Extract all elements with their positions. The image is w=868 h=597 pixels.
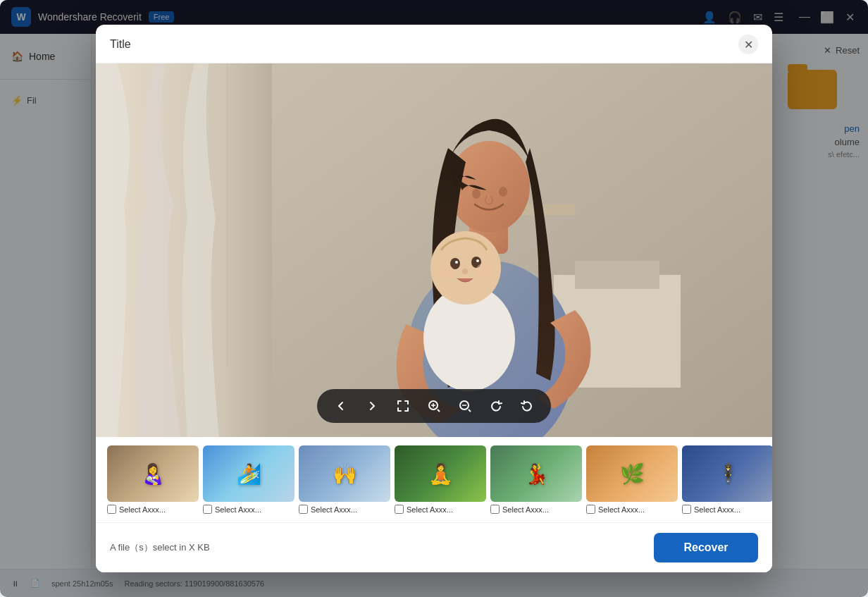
zoom-in-button[interactable]	[424, 396, 444, 416]
thumb-label-4: Select Axxx...	[407, 505, 453, 514]
recover-button[interactable]: Recover	[654, 533, 758, 562]
thumb-checkbox-6[interactable]	[586, 505, 595, 514]
thumbnail-6[interactable]: 🌿 Select Axxx...	[586, 445, 678, 514]
modal-overlay: Title ✕	[0, 0, 868, 597]
fullscreen-button[interactable]	[393, 396, 413, 416]
next-image-button[interactable]	[362, 396, 382, 416]
thumb-image-7: 🕴	[682, 445, 772, 502]
thumb-checkbox-4[interactable]	[395, 505, 404, 514]
modal-footer: A file（s）select in X KB Recover	[96, 522, 772, 572]
thumbnail-1[interactable]: 👩‍🍼 Select Axxx...	[107, 445, 199, 514]
thumbnail-4[interactable]: 🧘 Select Axxx...	[395, 445, 486, 514]
thumbnail-5[interactable]: 💃 Select Axxx...	[490, 445, 582, 514]
thumb-select-3: Select Axxx...	[299, 505, 390, 514]
thumb-select-6: Select Axxx...	[586, 505, 678, 514]
thumb-select-2: Select Axxx...	[203, 505, 294, 514]
thumb-checkbox-2[interactable]	[203, 505, 212, 514]
svg-line-31	[438, 410, 440, 412]
thumb-image-6: 🌿	[586, 445, 678, 502]
thumb-select-4: Select Axxx...	[395, 505, 486, 514]
thumbnail-3[interactable]: 🙌 Select Axxx...	[299, 445, 390, 514]
thumb-image-3: 🙌	[299, 445, 390, 502]
thumb-select-5: Select Axxx...	[490, 505, 582, 514]
thumb-image-4: 🧘	[395, 445, 486, 502]
main-photo-svg	[96, 63, 772, 437]
rotate-cw-button[interactable]	[486, 396, 506, 416]
thumb-checkbox-3[interactable]	[299, 505, 308, 514]
thumb-label-1: Select Axxx...	[119, 505, 166, 514]
thumb-checkbox-7[interactable]	[682, 505, 691, 514]
thumb-checkbox-1[interactable]	[107, 505, 116, 514]
thumb-select-7: Select Axxx...	[682, 505, 772, 514]
thumb-image-1: 👩‍🍼	[107, 445, 199, 502]
thumb-label-5: Select Axxx...	[502, 505, 549, 514]
thumb-select-1: Select Axxx...	[107, 505, 199, 514]
svg-rect-29	[96, 63, 772, 437]
thumb-label-6: Select Axxx...	[598, 505, 645, 514]
modal: Title ✕	[96, 25, 772, 572]
rotate-ccw-button[interactable]	[517, 396, 537, 416]
thumbnail-2[interactable]: 🏄 Select Axxx...	[203, 445, 294, 514]
zoom-out-button[interactable]	[455, 396, 475, 416]
thumb-label-3: Select Axxx...	[311, 505, 357, 514]
thumb-label-2: Select Axxx...	[215, 505, 261, 514]
app-window: W Wondershare Recoverit Free 👤 🎧 ✉ ☰ — ⬜…	[0, 0, 868, 597]
thumbnail-7[interactable]: 🕴 Select Axxx...	[682, 445, 772, 514]
image-toolbar	[317, 389, 551, 423]
thumb-label-7: Select Axxx...	[694, 505, 740, 514]
prev-image-button[interactable]	[331, 396, 351, 416]
thumb-image-2: 🏄	[203, 445, 294, 502]
modal-close-button[interactable]: ✕	[738, 35, 758, 54]
modal-image-area	[96, 63, 772, 437]
modal-header: Title ✕	[96, 25, 772, 63]
footer-info-text: A file（s）select in X KB	[110, 541, 210, 554]
thumbnails-row: 👩‍🍼 Select Axxx... 🏄 Select Axxx...	[96, 437, 772, 522]
svg-line-35	[469, 410, 471, 412]
modal-title: Title	[110, 38, 131, 51]
thumb-checkbox-5[interactable]	[490, 505, 500, 514]
thumb-image-5: 💃	[490, 445, 582, 502]
